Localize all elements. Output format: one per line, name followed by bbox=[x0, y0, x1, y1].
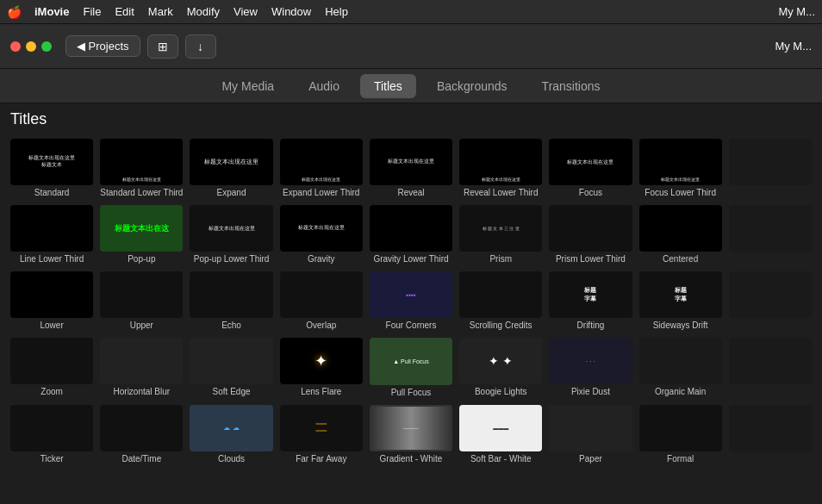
tile-label: Pop-up bbox=[128, 254, 155, 264]
tile-horiz-blur[interactable]: Horizontal Blur bbox=[100, 338, 183, 397]
menu-help[interactable]: Help bbox=[325, 5, 348, 18]
tile-soft-edge[interactable]: Soft Edge bbox=[190, 338, 272, 397]
tile-reveal-lower[interactable]: 标题文本出现在这里 Reveal Lower Third bbox=[459, 139, 542, 198]
menu-view[interactable]: View bbox=[234, 5, 258, 18]
tile-gradient-white[interactable]: ───── Gradient - White bbox=[370, 405, 452, 464]
tile-zoom[interactable]: Zoom bbox=[10, 338, 93, 397]
menu-edit[interactable]: Edit bbox=[115, 5, 134, 18]
tile-partial[interactable] bbox=[729, 338, 812, 397]
tile-pixie[interactable]: · · · Pixie Dust bbox=[549, 338, 632, 397]
tile-thumb bbox=[370, 205, 452, 252]
tab-transitions[interactable]: Transitions bbox=[528, 74, 614, 98]
tile-label: Lower bbox=[40, 320, 63, 331]
menu-bar: 🍎 iMovie File Edit Mark Modify View Wind… bbox=[0, 0, 822, 24]
tab-titles[interactable]: Titles bbox=[360, 74, 416, 98]
tile-reveal[interactable]: 标题文本出现在这里 Reveal bbox=[370, 139, 452, 198]
maximize-button[interactable] bbox=[41, 41, 52, 52]
tile-four-corners[interactable]: ▪▪▪▪ Four Corners bbox=[370, 271, 452, 331]
tile-scrolling[interactable]: Scrolling Credits bbox=[459, 271, 542, 331]
tile-partial[interactable] bbox=[729, 205, 812, 264]
tile-thumb: 标题文本出现在这里 bbox=[190, 139, 272, 185]
tab-backgrounds[interactable]: Backgrounds bbox=[423, 74, 521, 98]
tile-label: Prism bbox=[489, 254, 512, 264]
tile-thumb bbox=[10, 271, 93, 318]
tile-partial[interactable] bbox=[729, 139, 812, 198]
menu-file[interactable]: File bbox=[83, 5, 101, 18]
tile-overlap[interactable]: Overlap bbox=[280, 271, 363, 331]
tile-expand-lower[interactable]: 标题文本出现在这里 Expand Lower Third bbox=[280, 139, 363, 198]
tab-audio[interactable]: Audio bbox=[295, 74, 353, 98]
tile-paper[interactable]: Paper bbox=[549, 405, 632, 464]
tile-lower[interactable]: Lower bbox=[10, 271, 93, 331]
tile-thumb: · · · bbox=[549, 338, 632, 384]
tile-focus-lower[interactable]: 标题文本出现在这里 Focus Lower Third bbox=[639, 139, 722, 198]
download-button[interactable]: ↓ bbox=[185, 34, 216, 59]
menu-mark[interactable]: Mark bbox=[148, 5, 173, 18]
tile-organic[interactable]: Organic Main bbox=[639, 338, 722, 397]
tile-ticker[interactable]: Ticker bbox=[10, 405, 93, 464]
tile-upper[interactable]: Upper bbox=[100, 271, 183, 331]
tile-line-lower[interactable]: Line Lower Third bbox=[10, 205, 93, 264]
tile-thumb: 标题文本出现在这里 bbox=[639, 139, 722, 185]
tile-popup-lower[interactable]: 标题文本出现在这里 Pop-up Lower Third bbox=[190, 205, 272, 264]
tile-softbar[interactable]: ▬▬▬ Soft Bar - White bbox=[459, 405, 542, 464]
tile-clouds[interactable]: ☁ ☁ Clouds bbox=[190, 405, 272, 464]
tile-label: Far Far Away bbox=[296, 454, 346, 464]
tile-popup[interactable]: 标题文本出在这 Pop-up bbox=[100, 205, 183, 264]
tile-boogie[interactable]: ✦ ✦ Boogie Lights bbox=[459, 338, 542, 397]
tile-label: Standard bbox=[34, 188, 70, 198]
tile-label: Upper bbox=[130, 320, 153, 331]
tile-thumb: 标 题 文 本 三 注 里 bbox=[459, 205, 542, 252]
tile-thumb: ✦ ✦ bbox=[459, 338, 542, 384]
grid-view-button[interactable]: ⊞ bbox=[147, 34, 178, 59]
tile-formal[interactable]: Formal bbox=[639, 405, 722, 464]
tile-standard[interactable]: 标题文本出现在这里标题文本 Standard bbox=[10, 139, 93, 198]
tile-thumb bbox=[729, 271, 812, 318]
tile-thumb: 标题文本出现在这里 bbox=[549, 139, 632, 185]
tile-expand[interactable]: 标题文本出现在这里 Expand bbox=[190, 139, 272, 198]
nav-tabs: My Media Audio Titles Backgrounds Transi… bbox=[0, 69, 822, 103]
tile-pull-focus[interactable]: ▲ Pull Focus Pull Focus bbox=[370, 338, 452, 397]
tile-prism[interactable]: 标 题 文 本 三 注 里 Prism bbox=[459, 205, 542, 264]
tile-partial[interactable] bbox=[729, 405, 812, 464]
tile-label: Focus Lower Third bbox=[645, 188, 716, 198]
tile-faraway[interactable]: ══════ Far Far Away bbox=[280, 405, 363, 464]
close-button[interactable] bbox=[10, 41, 21, 52]
tile-thumb: 标题文本出现在这里标题文本 bbox=[10, 139, 93, 185]
tile-label: Horizontal Blur bbox=[114, 387, 171, 397]
minimize-button[interactable] bbox=[26, 41, 36, 52]
main-content: Titles 标题文本出现在这里标题文本 Standard 标题文本出现在这里 … bbox=[0, 103, 822, 473]
tile-label: Gravity Lower Third bbox=[373, 254, 448, 264]
tile-label: Reveal Lower Third bbox=[464, 188, 539, 198]
tile-datetime[interactable]: Date/Time bbox=[100, 405, 183, 464]
tile-lens-flare[interactable]: ✦ Lens Flare bbox=[280, 338, 363, 397]
tile-centered[interactable]: Centered bbox=[639, 205, 722, 264]
tile-sideways[interactable]: 标题字幕 Sideways Drift bbox=[639, 271, 722, 331]
tile-label: Echo bbox=[221, 320, 241, 331]
tile-gravity[interactable]: 标题文本出现在这里 Gravity bbox=[280, 205, 363, 264]
tile-standard-lower[interactable]: 标题文本出现在这里 Standard Lower Third bbox=[100, 139, 183, 198]
tile-label: Prism Lower Third bbox=[556, 254, 626, 264]
tile-label: Date/Time bbox=[121, 454, 161, 464]
toolbar-right-text: My M... bbox=[775, 40, 812, 53]
tile-thumb bbox=[190, 271, 272, 318]
tile-label: Standard Lower Third bbox=[100, 188, 183, 198]
tile-label: Boogie Lights bbox=[475, 387, 527, 397]
apple-icon[interactable]: 🍎 bbox=[7, 5, 21, 19]
tile-thumb bbox=[10, 405, 93, 451]
menu-imovie[interactable]: iMovie bbox=[34, 5, 69, 18]
tile-thumb bbox=[459, 271, 542, 318]
tile-drifting[interactable]: 标题字幕 Drifting bbox=[549, 271, 632, 331]
tile-echo[interactable]: Echo bbox=[190, 271, 272, 331]
tile-focus[interactable]: 标题文本出现在这里 Focus bbox=[549, 139, 632, 198]
projects-button[interactable]: ◀ Projects bbox=[65, 35, 140, 57]
tab-my-media[interactable]: My Media bbox=[208, 74, 288, 98]
tile-prism-lower[interactable]: Prism Lower Third bbox=[549, 205, 632, 264]
tile-gravity-lower[interactable]: Gravity Lower Third bbox=[370, 205, 452, 264]
menu-modify[interactable]: Modify bbox=[187, 5, 220, 18]
tile-partial[interactable] bbox=[729, 271, 812, 331]
tile-label: Paper bbox=[579, 454, 602, 464]
menu-window[interactable]: Window bbox=[271, 5, 311, 18]
tile-label: Pop-up Lower Third bbox=[194, 254, 270, 264]
tile-thumb: ───── bbox=[370, 405, 452, 451]
